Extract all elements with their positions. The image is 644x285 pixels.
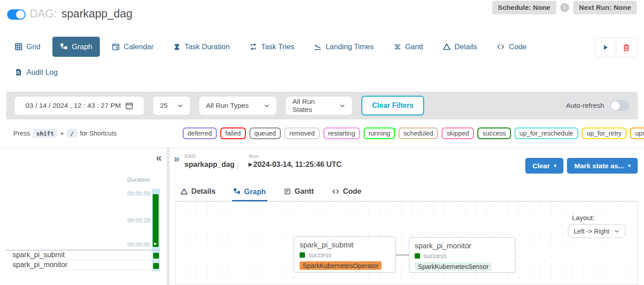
graph-icon [60,43,68,51]
state-badge-restarting[interactable]: restarting [323,128,360,139]
chevron-down-icon: ▾ [554,163,557,169]
expand-groups-icon[interactable]: » [174,154,180,164]
trash-icon [623,44,630,51]
state-badge-failed[interactable]: failed [220,128,246,139]
collapse-panel-icon[interactable]: « [156,153,162,163]
trigger-dag-button[interactable] [595,38,616,57]
mark-state-button[interactable]: Mark state as... ▾ [567,158,638,174]
state-badge-removed[interactable]: removed [284,128,319,139]
tab-landing-times[interactable]: Landing Times [306,37,381,57]
run-states-value: All Run States [292,98,332,114]
auto-refresh-toggle[interactable] [610,100,629,111]
tab-details[interactable]: Details [435,37,485,57]
duration-tick: 00:00:00 [127,241,150,248]
tab-label: Task Tries [261,43,294,51]
breadcrumb-run: Run ▶ 2024-03-14, 11:25:46 UTC [249,153,342,169]
tab-label: Gantt [405,43,423,51]
task-node-spark-pi-monitor[interactable]: spark_pi_monitor success SparkKubernetes… [409,237,515,273]
tab-label: Graph [244,187,266,196]
state-badge-skipped[interactable]: skipped [442,128,474,139]
success-status-square [415,253,420,259]
run-types-select[interactable]: All Run Types [199,97,276,115]
state-badge-running[interactable]: running [364,128,395,139]
run-actions: Clear ▾ Mark state as... ▾ [525,158,638,174]
tab-label: Calendar [124,43,154,51]
code-icon [332,188,339,195]
run-tab-gantt[interactable]: Gantt [283,187,315,201]
breadcrumb-dag-text: sparkapp_dag [185,160,235,169]
tab-audit-log[interactable]: Audit Log [7,62,65,82]
delete-dag-button[interactable] [616,38,636,57]
graph-canvas[interactable]: Layout: Left -> Right spark_pi_submit su… [176,201,638,285]
chevron-down-icon [339,103,345,109]
chevron-down-icon [177,103,183,109]
gantt-icon [394,43,401,51]
tab-gantt[interactable]: Gantt [386,37,431,57]
success-status-square [300,252,305,258]
tab-label: Landing Times [326,43,374,51]
tab-graph[interactable]: Graph [52,37,100,57]
mark-state-label: Mark state as... [574,162,624,170]
tab-label: Audit Log [26,68,58,77]
code-icon [497,43,505,51]
details-triangle-icon [180,188,188,195]
run-duration-bar[interactable] [153,194,159,247]
task-node-title: spark_pi_submit [300,241,390,249]
task-row-spark-pi-submit[interactable]: spark_pi_submit [6,250,160,260]
task-node-status: success [415,252,510,259]
schedule-badge: Schedule: None [492,1,556,14]
state-badge-upstream-failed[interactable]: upstream_failed [630,128,644,139]
breadcrumb-dag-value[interactable]: sparkapp_dag [185,160,235,169]
tab-calendar[interactable]: Calendar [104,37,161,57]
tab-label: Details [191,187,215,196]
toggle-knob [611,101,620,110]
run-tab-graph[interactable]: Graph [232,187,267,202]
clear-filters-button[interactable]: Clear Filters [361,96,424,115]
hourglass-icon [173,43,180,51]
graph-icon [233,188,240,195]
state-badge-scheduled[interactable]: scheduled [399,128,438,139]
task-state-label: success [308,251,331,259]
toggle-knob [16,10,25,19]
state-badge-queued[interactable]: queued [249,128,281,139]
state-badge-success[interactable]: success [477,128,511,139]
run-filter-bar: 03 / 14 / 2024 , 12 : 43 : 27 PM 25 All … [6,92,638,119]
slash-key-badge: / [67,129,77,138]
page-title: DAG: sparkapp_dag [30,7,133,20]
task-node-status: success [300,251,390,259]
calendar-icon [125,102,133,110]
layout-direction-select[interactable]: Left -> Right [568,224,625,238]
page-size-select[interactable]: 25 [153,97,190,115]
chevron-down-icon: ▾ [628,163,631,169]
task-instance-cell[interactable] [153,253,159,259]
tab-task-duration[interactable]: Task Duration [166,37,237,57]
tab-label: Grid [26,43,40,51]
clear-run-button[interactable]: Clear ▾ [525,158,563,174]
dag-nav-tabs: Grid Graph Calendar Task Duration Task T… [7,37,534,57]
breadcrumb-run-text: 2024-03-14, 11:25:46 UTC [253,160,341,169]
tab-task-tries[interactable]: Task Tries [242,37,302,57]
task-row-spark-pi-monitor[interactable]: spark_pi_monitor [6,260,160,270]
panel-resize-handle[interactable] [167,148,170,285]
state-badge-up-for-retry[interactable]: up_for_retry [582,128,627,139]
state-badge-deferred[interactable]: deferred [183,128,217,139]
run-marker-icon: ▶ [154,242,157,246]
run-types-value: All Run Types [206,102,249,110]
chevron-down-icon [614,229,619,234]
run-tab-code[interactable]: Code [331,187,363,201]
run-tab-details[interactable]: Details [179,187,217,201]
run-states-select[interactable]: All Run States [286,97,352,115]
tab-code[interactable]: Code [489,37,534,57]
shortcut-hint: Press shift + / for Shortcuts [13,129,117,138]
plane-landing-icon [314,43,322,51]
base-date-input[interactable]: 03 / 14 / 2024 , 12 : 43 : 27 PM [15,97,144,115]
state-badge-up-for-reschedule[interactable]: up_for_reschedule [515,128,578,139]
task-node-spark-pi-submit[interactable]: spark_pi_submit success SparkKubernetesO… [294,236,396,273]
task-instance-cell[interactable] [153,263,159,269]
breadcrumb-run-value[interactable]: ▶ 2024-03-14, 11:25:46 UTC [249,160,342,169]
tab-label: Graph [72,43,92,51]
dag-pause-toggle[interactable] [7,9,26,20]
legend-row: Press shift + / for Shortcuts deferred f… [0,119,644,148]
tab-grid[interactable]: Grid [7,37,48,57]
info-icon[interactable]: i [560,3,569,12]
